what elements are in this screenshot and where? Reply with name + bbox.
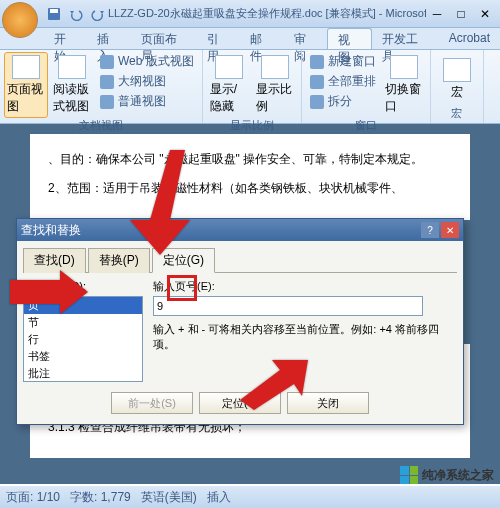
dialog-close-button[interactable]: ✕: [441, 222, 459, 238]
outline-button[interactable]: 大纲视图: [96, 72, 198, 91]
new-window-button[interactable]: 新建窗口: [306, 52, 380, 71]
dialog-help-button[interactable]: ?: [421, 222, 439, 238]
tab-mailings[interactable]: 邮件: [240, 28, 283, 49]
switch-windows-button[interactable]: 切换窗口: [382, 52, 426, 118]
tab-references[interactable]: 引用: [197, 28, 240, 49]
tab-review[interactable]: 审阅: [284, 28, 327, 49]
tab-insert[interactable]: 插入: [87, 28, 130, 49]
tab-page-layout[interactable]: 页面布局: [131, 28, 198, 49]
tab-replace[interactable]: 替换(P): [88, 248, 150, 273]
list-item[interactable]: 书签: [24, 348, 142, 365]
group-show-label: 显示比例: [207, 118, 297, 133]
newwin-icon: [310, 55, 324, 69]
status-words[interactable]: 字数: 1,779: [70, 489, 131, 506]
group-window-label: 窗口: [306, 118, 426, 133]
find-replace-dialog: 查找和替换 ? ✕ 查找(D) 替换(P) 定位(G) 定位目标(O): 页 节…: [16, 218, 464, 425]
page-icon: [12, 55, 40, 79]
show-hide-button[interactable]: 显示/隐藏: [207, 52, 251, 118]
goto-button[interactable]: 定位(T): [199, 392, 281, 414]
web-layout-button[interactable]: Web 版式视图: [96, 52, 198, 71]
close-dialog-button[interactable]: 关闭: [287, 392, 369, 414]
previous-button: 前一处(S): [111, 392, 193, 414]
doc-para-1: 、目的：确保本公司 "永磁起重吸盘" 操作安全、可靠，特制定本规定。: [48, 148, 452, 171]
zoom-icon: [261, 55, 289, 79]
close-button[interactable]: ✕: [474, 5, 496, 23]
qat-undo[interactable]: [66, 4, 86, 24]
draft-icon: [100, 95, 114, 109]
group-doc-views-label: 文档视图: [4, 118, 198, 133]
qat-save[interactable]: [44, 4, 64, 24]
list-item[interactable]: 行: [24, 331, 142, 348]
list-item[interactable]: 批注: [24, 365, 142, 382]
tab-find[interactable]: 查找(D): [23, 248, 86, 273]
svg-rect-1: [50, 9, 58, 13]
zoom-button[interactable]: 显示比例: [253, 52, 297, 118]
watermark-text: 纯净系统之家: [422, 467, 494, 484]
macros-button[interactable]: 宏: [435, 52, 479, 106]
split-icon: [310, 95, 324, 109]
book-icon: [58, 55, 86, 79]
outline-icon: [100, 75, 114, 89]
goto-target-label: 定位目标(O):: [23, 279, 143, 294]
list-item[interactable]: 节: [24, 314, 142, 331]
switch-icon: [390, 55, 418, 79]
reading-layout-label: 阅读版式视图: [53, 81, 91, 115]
minimize-button[interactable]: ─: [426, 5, 448, 23]
status-insert[interactable]: 插入: [207, 489, 231, 506]
tab-acrobat[interactable]: Acrobat: [439, 28, 500, 49]
ribbon: 页面视图 阅读版式视图 Web 版式视图 大纲视图 普通视图 文档视图 显示/隐…: [0, 50, 500, 124]
tab-developer[interactable]: 开发工具: [372, 28, 439, 49]
goto-target-list[interactable]: 页 节 行 书签 批注 脚注: [23, 296, 143, 382]
doc-para-2: 2、范围：适用于吊装铁磁性材料（如各类钢铁板、块状机械零件、: [48, 177, 452, 200]
page-number-label: 输入页号(E):: [153, 279, 457, 294]
page-number-input[interactable]: [153, 296, 423, 316]
print-layout-button[interactable]: 页面视图: [4, 52, 48, 118]
watermark-logo-icon: [400, 466, 418, 484]
macro-icon: [443, 58, 471, 82]
window-title: LLZZ-GD-20永磁起重吸盘安全操作规程.doc [兼容模式] - Micr…: [108, 6, 426, 21]
qat-redo[interactable]: [88, 4, 108, 24]
ribbon-tabs: 开始 插入 页面布局 引用 邮件 审阅 视图 开发工具 Acrobat: [0, 28, 500, 50]
group-macro-label: 宏: [435, 106, 479, 121]
reading-layout-button[interactable]: 阅读版式视图: [50, 52, 94, 118]
tab-goto[interactable]: 定位(G): [152, 248, 215, 273]
watermark: 纯净系统之家: [400, 466, 494, 484]
print-layout-label: 页面视图: [7, 81, 45, 115]
draft-button[interactable]: 普通视图: [96, 92, 198, 111]
status-page[interactable]: 页面: 1/10: [6, 489, 60, 506]
page[interactable]: 、目的：确保本公司 "永磁起重吸盘" 操作安全、可靠，特制定本规定。 2、范围：…: [30, 134, 470, 220]
split-button[interactable]: 拆分: [306, 92, 380, 111]
arrange-all-button[interactable]: 全部重排: [306, 72, 380, 91]
dialog-title: 查找和替换: [21, 222, 81, 239]
arrange-icon: [310, 75, 324, 89]
list-item[interactable]: 页: [24, 297, 142, 314]
status-lang[interactable]: 英语(美国): [141, 489, 197, 506]
office-button[interactable]: [2, 2, 38, 38]
maximize-button[interactable]: □: [450, 5, 472, 23]
status-bar: 页面: 1/10 字数: 1,779 英语(美国) 插入: [0, 486, 500, 508]
tab-home[interactable]: 开始: [44, 28, 87, 49]
web-icon: [100, 55, 114, 69]
showhide-icon: [215, 55, 243, 79]
goto-hint: 输入 + 和 - 可将相关内容移至当前位置。例如: +4 将前移四项。: [153, 322, 457, 352]
tab-view[interactable]: 视图: [327, 28, 372, 49]
